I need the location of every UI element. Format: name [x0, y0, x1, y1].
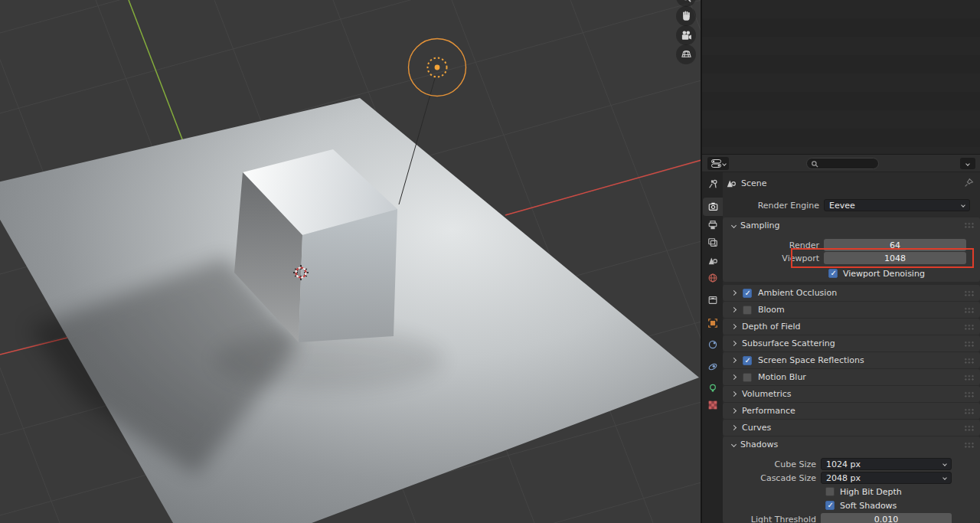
drag-handle-icon[interactable] [964, 425, 975, 431]
tab-world[interactable] [703, 269, 723, 287]
chevron-right-icon [731, 324, 737, 329]
panel-checkbox[interactable] [743, 373, 752, 382]
panel-checkbox[interactable] [743, 356, 752, 365]
cube-size-label: Cube Size [723, 459, 821, 469]
header-options-button[interactable] [960, 158, 975, 169]
drag-handle-icon[interactable] [964, 341, 975, 347]
panel-header-subsurface-scattering[interactable]: Subsurface Scattering [723, 335, 980, 351]
viewport-denoising-checkbox[interactable] [828, 269, 838, 278]
chevron-down-icon [965, 162, 970, 166]
viewport-nav-gizmos [676, 0, 697, 64]
light-threshold-field[interactable]: 0.010 [821, 513, 952, 523]
scene-icon [726, 178, 737, 188]
tab-tool[interactable] [703, 175, 723, 193]
panel-header-motion-blur[interactable]: Motion Blur [723, 369, 980, 385]
annotation-highlight-box [791, 248, 974, 268]
panel-title: Subsurface Scattering [742, 338, 835, 348]
perspective-grid-icon[interactable] [676, 44, 696, 64]
view-layer-icon [707, 237, 718, 248]
light-threshold-label: Light Threshold [723, 515, 821, 523]
cascade-size-label: Cascade Size [723, 473, 821, 483]
panel-title: Volumetrics [742, 389, 792, 399]
drag-handle-icon[interactable] [964, 408, 975, 414]
tab-view-layer[interactable] [703, 234, 723, 252]
tab-output[interactable] [703, 216, 723, 234]
tab-render[interactable] [703, 198, 723, 216]
chevron-right-icon [731, 408, 737, 413]
pan-hand-icon[interactable] [676, 6, 696, 26]
high-bit-depth-label: High Bit Depth [840, 487, 902, 497]
panel-title: Screen Space Reflections [758, 355, 864, 365]
panel-header-curves[interactable]: Curves [723, 420, 980, 436]
light-origin-dot [435, 65, 440, 70]
chevron-right-icon [731, 358, 737, 363]
panel-title: Curves [742, 423, 771, 433]
viewport-canvas [0, 0, 701, 523]
drag-handle-icon[interactable] [964, 324, 975, 330]
properties-search[interactable] [806, 158, 879, 169]
drag-handle-icon[interactable] [964, 222, 975, 228]
drag-handle-icon[interactable] [964, 290, 975, 296]
properties-content: Scene Render Engine Eevee Sampling [723, 172, 980, 523]
panel-checkbox[interactable] [743, 289, 752, 298]
panel-header-volumetrics[interactable]: Volumetrics [723, 386, 980, 402]
render-engine-row: Render Engine Eevee [723, 198, 980, 212]
panel-header-bloom[interactable]: Bloom [723, 302, 980, 318]
editor-type-button[interactable] [707, 157, 729, 170]
pin-icon[interactable] [964, 178, 974, 188]
render-engine-dropdown[interactable]: Eevee [824, 199, 970, 211]
cube-size-value: 1024 px [826, 459, 943, 469]
drag-handle-icon[interactable] [964, 307, 975, 313]
chevron-right-icon [731, 425, 737, 430]
properties-header [702, 155, 980, 172]
cascade-size-row: Cascade Size 2048 px [723, 471, 980, 485]
drag-handle-icon[interactable] [964, 391, 975, 397]
tab-object[interactable] [703, 314, 723, 332]
panel-title: Ambient Occlusion [758, 288, 837, 298]
soft-shadows-label: Soft Shadows [840, 501, 897, 511]
drag-handle-icon[interactable] [964, 442, 975, 448]
panel-title: Performance [742, 406, 795, 416]
panel-header-performance[interactable]: Performance [723, 403, 980, 419]
tab-collection[interactable] [703, 291, 723, 309]
chevron-right-icon [731, 341, 737, 346]
panel-title: Depth of Field [742, 322, 801, 332]
tab-light-data[interactable] [703, 379, 723, 397]
drag-handle-icon[interactable] [964, 358, 975, 364]
viewport-denoising-label: Viewport Denoising [843, 269, 925, 279]
panel-title: Bloom [758, 305, 785, 315]
render-engine-value: Eevee [829, 201, 962, 211]
blender-window: Scene Render Engine Eevee Sampling [0, 0, 980, 523]
drag-handle-icon[interactable] [964, 374, 975, 381]
sampling-panel-header[interactable]: Sampling [723, 217, 980, 233]
camera-view-icon[interactable] [676, 25, 696, 45]
tab-physics[interactable] [703, 358, 723, 376]
shadows-panel-header[interactable]: Shadows [723, 436, 980, 453]
cascade-size-value: 2048 px [826, 473, 943, 483]
soft-shadows-checkbox[interactable] [825, 501, 835, 510]
panel-checkbox[interactable] [743, 306, 752, 315]
panel-title: Motion Blur [758, 372, 806, 382]
tab-constraints[interactable] [703, 335, 723, 354]
search-input[interactable] [818, 159, 872, 168]
outliner-panel[interactable] [702, 0, 980, 155]
light-threshold-row: Light Threshold 0.010 [723, 512, 980, 523]
panel-header-screen-space-reflections[interactable]: Screen Space Reflections [723, 352, 980, 368]
panel-header-depth-of-field[interactable]: Depth of Field [723, 319, 980, 335]
tab-texture[interactable] [703, 396, 723, 414]
search-icon [811, 160, 818, 168]
cascade-size-dropdown[interactable]: 2048 px [821, 472, 952, 484]
sampling-panel-title: Sampling [740, 221, 780, 230]
cube-size-dropdown[interactable]: 1024 px [821, 458, 952, 470]
chevron-down-icon [731, 222, 737, 227]
properties-editor-icon [711, 159, 721, 168]
scene-icon [707, 255, 718, 266]
properties-editor: Scene Render Engine Eevee Sampling [702, 155, 980, 523]
breadcrumb: Scene [723, 172, 980, 194]
breadcrumb-scene[interactable]: Scene [741, 178, 767, 188]
high-bit-depth-checkbox[interactable] [825, 487, 835, 496]
output-printer-icon [707, 220, 718, 230]
3d-viewport[interactable] [0, 0, 701, 523]
panel-header-ambient-occlusion[interactable]: Ambient Occlusion [723, 285, 980, 301]
tab-scene[interactable] [703, 251, 723, 270]
